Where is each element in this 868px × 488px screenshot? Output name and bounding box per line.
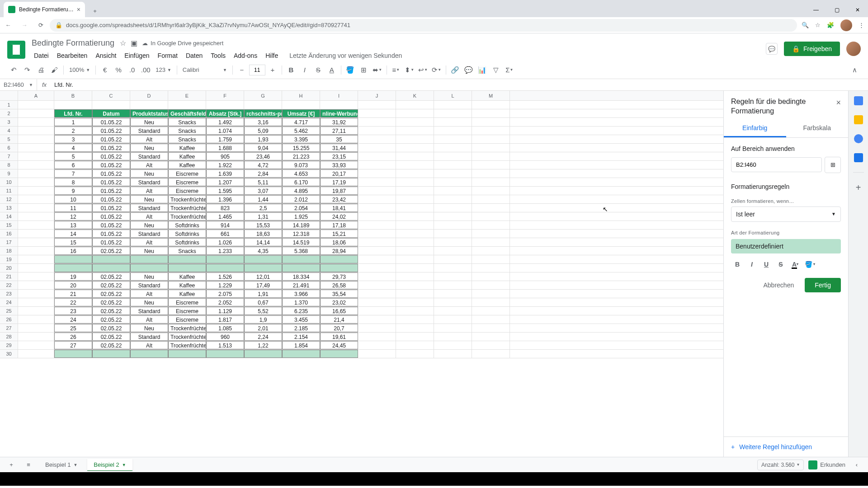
cell[interactable] <box>358 144 396 152</box>
cell[interactable] <box>18 272 54 281</box>
cell[interactable] <box>18 307 54 315</box>
cell[interactable]: 1.492 <box>206 118 244 126</box>
cell[interactable] <box>472 341 510 349</box>
menu-hilfe[interactable]: Hilfe <box>262 50 281 61</box>
cell[interactable]: 01.05.22 <box>92 135 130 143</box>
cell[interactable]: 01.05.22 <box>92 195 130 203</box>
cell[interactable] <box>472 204 510 212</box>
cell[interactable]: Snacks <box>168 135 206 143</box>
cell[interactable] <box>358 118 396 126</box>
cell[interactable] <box>396 204 434 212</box>
cell[interactable]: 3.395 <box>282 135 320 143</box>
formula-input[interactable]: Lfd. Nr. <box>52 81 868 88</box>
wrap-button[interactable]: ↩ ▼ <box>417 64 429 76</box>
row-header[interactable]: 30 <box>0 350 18 358</box>
cell[interactable]: Neu <box>130 144 168 152</box>
cell[interactable]: 1.925 <box>282 212 320 221</box>
cell[interactable]: 20 <box>54 281 92 289</box>
cell[interactable]: 1,22 <box>244 341 282 349</box>
cell[interactable] <box>54 101 92 109</box>
row-header[interactable]: 4 <box>0 127 18 135</box>
cell[interactable] <box>92 255 130 263</box>
add-sheet-button[interactable]: + <box>5 459 18 471</box>
move-icon[interactable]: ▣ <box>131 39 137 47</box>
cell[interactable] <box>472 307 510 315</box>
cell[interactable] <box>434 118 472 126</box>
minimize-button[interactable]: — <box>806 3 826 17</box>
h-align-button[interactable]: ≡ ▼ <box>390 64 402 76</box>
cell[interactable] <box>168 255 206 263</box>
sheet-tab-2[interactable]: Beispiel 2▼ <box>87 459 132 471</box>
cell[interactable]: 14.189 <box>282 221 320 229</box>
sb-strike-button[interactable]: S <box>774 258 787 271</box>
row-header[interactable]: 6 <box>0 144 18 152</box>
col-header-M[interactable]: M <box>472 91 510 100</box>
url-input[interactable]: 🔒 docs.google.com/spreadsheets/d/1RMhyrI… <box>50 19 797 32</box>
cell[interactable] <box>472 238 510 246</box>
cell[interactable] <box>472 298 510 306</box>
cell[interactable]: 1.074 <box>206 127 244 135</box>
cell[interactable]: Alt <box>130 135 168 143</box>
cell[interactable] <box>396 127 434 135</box>
cell[interactable]: 14,14 <box>244 238 282 246</box>
cell[interactable]: Kaffee <box>168 272 206 281</box>
cell[interactable] <box>358 247 396 255</box>
comment-button[interactable]: 💬 <box>766 43 778 55</box>
cell[interactable] <box>472 272 510 281</box>
cell[interactable]: Eiscreme <box>168 169 206 178</box>
cell[interactable]: 02.05.22 <box>92 281 130 289</box>
cell[interactable]: 18.334 <box>282 272 320 281</box>
cell[interactable]: 01.05.22 <box>92 169 130 178</box>
cell[interactable]: 23,42 <box>320 195 358 203</box>
cell[interactable] <box>434 264 472 272</box>
row-header[interactable]: 19 <box>0 255 18 263</box>
cell[interactable]: 18,63 <box>244 230 282 238</box>
cell[interactable] <box>358 350 396 358</box>
cell[interactable] <box>18 101 54 109</box>
tasks-icon[interactable] <box>854 134 863 143</box>
cell[interactable] <box>130 101 168 109</box>
add-rule-button[interactable]: + Weitere Regel hinzufügen <box>724 436 848 457</box>
range-picker-button[interactable]: ⊞ <box>825 157 841 173</box>
cell[interactable]: 1.922 <box>206 161 244 169</box>
table-header[interactable]: rchschnitts-preis <box>244 109 282 117</box>
cell[interactable] <box>396 315 434 324</box>
cell[interactable]: 21.223 <box>282 152 320 160</box>
explore-button[interactable]: Erkunden <box>808 460 845 469</box>
cell[interactable] <box>396 161 434 169</box>
row-header[interactable]: 23 <box>0 290 18 298</box>
cell[interactable]: Neu <box>130 118 168 126</box>
borders-button[interactable]: ⊞ <box>358 64 370 76</box>
forward-button[interactable]: → <box>20 21 29 30</box>
cell[interactable]: Trockenfrüchte <box>168 204 206 212</box>
done-button[interactable]: Fertig <box>805 278 841 292</box>
cell[interactable] <box>434 255 472 263</box>
cell[interactable]: 21.491 <box>282 281 320 289</box>
cell[interactable]: 2.075 <box>206 290 244 298</box>
cell[interactable] <box>472 178 510 186</box>
row-header[interactable]: 11 <box>0 187 18 195</box>
cell[interactable]: 3,07 <box>244 187 282 195</box>
cell[interactable]: 12.318 <box>282 230 320 238</box>
cell[interactable]: 2.185 <box>282 324 320 332</box>
cell[interactable] <box>18 221 54 229</box>
cell[interactable]: Softdrinks <box>168 238 206 246</box>
cell[interactable] <box>434 135 472 143</box>
cell[interactable] <box>472 221 510 229</box>
cell[interactable]: 17,19 <box>320 178 358 186</box>
cell[interactable]: 2,5 <box>244 204 282 212</box>
cell[interactable]: 1.854 <box>282 341 320 349</box>
side-panel-toggle[interactable]: ‹ <box>850 459 863 471</box>
cell[interactable] <box>434 101 472 109</box>
row-header[interactable]: 21 <box>0 272 18 281</box>
cell[interactable] <box>18 281 54 289</box>
cell[interactable]: 1.396 <box>206 195 244 203</box>
cell[interactable] <box>434 247 472 255</box>
menu-daten[interactable]: Daten <box>183 50 206 61</box>
cell[interactable] <box>434 272 472 281</box>
cell[interactable] <box>434 238 472 246</box>
row-header[interactable]: 13 <box>0 204 18 212</box>
cell[interactable] <box>396 169 434 178</box>
cell[interactable]: Neu <box>130 247 168 255</box>
cell[interactable]: 1.526 <box>206 272 244 281</box>
